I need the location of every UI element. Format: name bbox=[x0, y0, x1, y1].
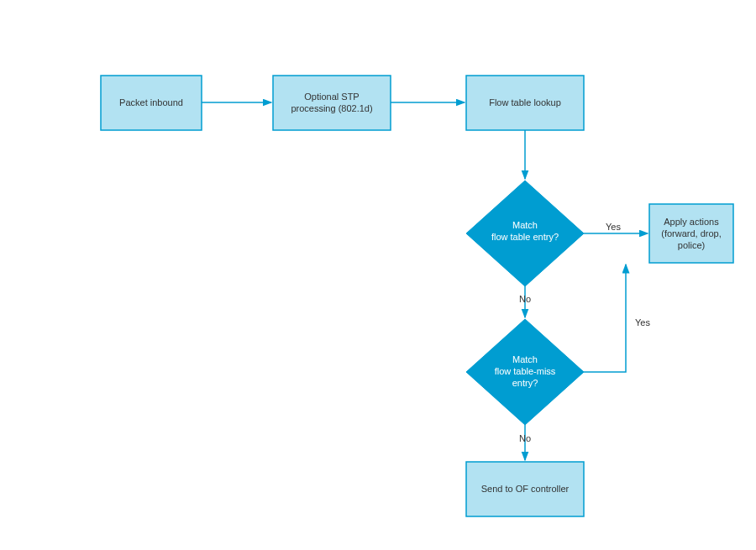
edge-label-yes: Yes bbox=[635, 317, 650, 327]
node-label: flow table entry? bbox=[491, 232, 559, 242]
node-packet-inbound: Packet inbound bbox=[101, 76, 202, 130]
edge-d2-n4 bbox=[584, 265, 626, 372]
flowchart-canvas: Packet inbound Optional STP processing (… bbox=[0, 0, 756, 550]
node-label: Flow table lookup bbox=[489, 97, 561, 107]
node-label: Apply actions bbox=[664, 217, 719, 227]
node-send-controller: Send to OF controller bbox=[466, 462, 584, 516]
node-label: processing (802.1d) bbox=[291, 103, 372, 113]
node-label: Packet inbound bbox=[119, 97, 183, 107]
edge-label-yes: Yes bbox=[606, 222, 621, 232]
node-label: entry? bbox=[512, 378, 538, 388]
node-apply-actions: Apply actions (forward, drop, police) bbox=[649, 204, 733, 263]
node-label: Optional STP bbox=[304, 92, 359, 102]
node-label: (forward, drop, bbox=[661, 228, 722, 238]
node-stp-processing: Optional STP processing (802.1d) bbox=[273, 76, 391, 130]
node-label: flow table-miss bbox=[495, 366, 556, 376]
edge-label-no: No bbox=[519, 433, 531, 443]
node-flow-table-lookup: Flow table lookup bbox=[466, 76, 584, 130]
edge-label-no: No bbox=[519, 294, 531, 304]
decision-match-flow-entry: Match flow table entry? bbox=[466, 181, 584, 286]
node-label: police) bbox=[678, 240, 705, 250]
node-label: Send to OF controller bbox=[481, 484, 570, 494]
node-label: Match bbox=[512, 354, 538, 364]
decision-match-table-miss: Match flow table-miss entry? bbox=[466, 319, 584, 425]
node-label: Match bbox=[512, 220, 538, 230]
